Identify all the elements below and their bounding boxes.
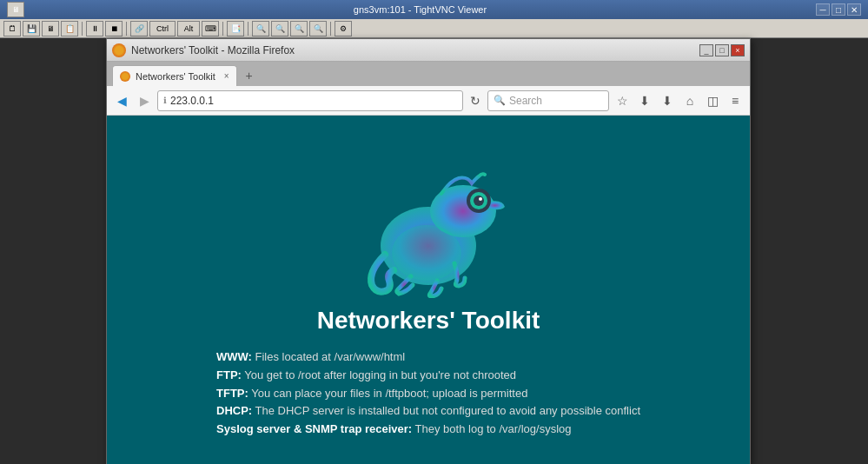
info-label-dhcp: DHCP: xyxy=(216,404,252,417)
vnc-window-controls: ─ □ ✕ xyxy=(816,3,861,16)
firefox-maximize-button[interactable]: □ xyxy=(715,44,729,56)
url-text: 223.0.0.1 xyxy=(170,95,457,107)
save-page-button[interactable]: ⬇ xyxy=(635,91,654,110)
info-text-www: Files located at /var/www/html xyxy=(255,350,406,363)
info-line-dhcp: DHCP: The DHCP server is installed but n… xyxy=(216,402,640,421)
url-bar[interactable]: ℹ 223.0.0.1 xyxy=(157,90,463,111)
vnc-tool-pause[interactable]: ⏸ xyxy=(86,21,103,36)
firefox-titlebar: Networkers' Toolkit - Mozilla Firefox _ … xyxy=(107,39,750,62)
reload-button[interactable]: ↻ xyxy=(467,92,484,109)
vnc-tool-snap[interactable]: 📑 xyxy=(227,21,244,36)
info-line-www: WWW: Files located at /var/www/html xyxy=(216,348,640,367)
bookmark-star-button[interactable]: ☆ xyxy=(613,91,632,110)
vnc-sep-2 xyxy=(126,22,127,36)
vnc-tool-zoom-out[interactable]: 🔍 xyxy=(252,21,269,36)
search-placeholder: Search xyxy=(509,95,542,107)
vnc-toolbar: 🗒 💾 🖥 📋 ⏸ ⏹ 🔗 Ctrl Alt ⌨ 📑 🔍 🔍 🔍 🔍 ⚙ xyxy=(0,19,868,38)
vnc-tool-keyboard[interactable]: ⌨ xyxy=(202,21,219,36)
nav-forward-button[interactable]: ▶ xyxy=(135,91,154,110)
firefox-navbar: ◀ ▶ ℹ 223.0.0.1 ↻ 🔍 Search ☆ ⬇ ⬇ ⌂ ◫ ≡ xyxy=(107,86,750,116)
vnc-icon-1[interactable]: 🖥 xyxy=(7,2,24,17)
vnc-tool-stop[interactable]: ⏹ xyxy=(105,21,123,36)
home-button[interactable]: ⌂ xyxy=(680,91,699,110)
vnc-sep-4 xyxy=(248,22,248,36)
tab-close-button[interactable]: × xyxy=(224,71,229,81)
info-text-dhcp: The DHCP server is installed but not con… xyxy=(255,404,640,417)
info-label-syslog: Syslog server & SNMP trap receiver: xyxy=(216,422,412,435)
vnc-sep-5 xyxy=(330,22,331,36)
vnc-sep-1 xyxy=(82,22,83,36)
vnc-tool-link[interactable]: 🔗 xyxy=(130,21,148,36)
info-label-tftp: TFTP: xyxy=(216,387,248,400)
search-icon: 🔍 xyxy=(494,95,506,106)
firefox-window-controls: _ □ × xyxy=(699,44,745,56)
info-block: WWW: Files located at /var/www/html FTP:… xyxy=(216,348,640,439)
firefox-title: Networkers' Toolkit - Mozilla Firefox xyxy=(131,44,699,56)
vnc-tool-zoom-actual[interactable]: 🔍 xyxy=(309,21,327,36)
lock-icon: ℹ xyxy=(163,96,167,105)
nav-back-button[interactable]: ◀ xyxy=(112,91,131,110)
info-line-ftp: FTP: You get to /root after logging in b… xyxy=(216,367,640,385)
tab-favicon xyxy=(120,71,130,82)
firefox-tabbar: Networkers' Toolkit × + xyxy=(107,62,750,86)
menu-button[interactable]: ≡ xyxy=(726,91,745,110)
firefox-content: Networkers' Toolkit WWW: Files located a… xyxy=(107,116,750,464)
svg-point-5 xyxy=(479,197,482,201)
vnc-tool-screen[interactable]: 🖥 xyxy=(42,21,59,36)
info-text-ftp: You get to /root after logging in but yo… xyxy=(244,368,516,381)
download-button[interactable]: ⬇ xyxy=(658,91,677,110)
firefox-icon xyxy=(112,43,126,57)
info-label-ftp: FTP: xyxy=(216,368,242,381)
tab-label: Networkers' Toolkit xyxy=(136,71,215,82)
info-line-tftp: TFTP: You can place your files in /tftpb… xyxy=(216,385,640,403)
vnc-tool-zoom-fit[interactable]: 🔍 xyxy=(290,21,308,36)
vnc-close-button[interactable]: ✕ xyxy=(847,3,861,16)
vnc-tool-settings[interactable]: ⚙ xyxy=(335,21,352,36)
firefox-close-button[interactable]: × xyxy=(731,44,745,56)
firefox-window: Networkers' Toolkit - Mozilla Firefox _ … xyxy=(106,38,751,464)
info-line-syslog: Syslog server & SNMP trap receiver: They… xyxy=(216,421,640,439)
desktop-bg-right xyxy=(751,38,868,464)
vnc-sep-3 xyxy=(222,22,223,36)
svg-point-4 xyxy=(474,196,484,206)
info-label-www: WWW: xyxy=(216,350,252,363)
chameleon-logo xyxy=(350,133,507,298)
vnc-minimize-button[interactable]: ─ xyxy=(816,3,830,16)
vnc-toolbar-icons: 🖥 xyxy=(7,2,24,17)
vnc-titlebar: 🖥 gns3vm:101 - TightVNC Viewer ─ □ ✕ xyxy=(0,0,868,19)
vnc-tool-ctrl[interactable]: Ctrl xyxy=(149,21,176,36)
firefox-minimize-button[interactable]: _ xyxy=(699,44,713,56)
desktop-bg-left xyxy=(0,38,106,464)
vnc-tool-alt[interactable]: Alt xyxy=(177,21,200,36)
vnc-tool-clipboard[interactable]: 📋 xyxy=(61,21,78,36)
pocket-button[interactable]: ◫ xyxy=(703,91,722,110)
vnc-tool-save[interactable]: 💾 xyxy=(23,21,40,36)
info-text-tftp: You can place your files in /tftpboot; u… xyxy=(251,387,527,400)
page-title: Networkers' Toolkit xyxy=(317,307,540,335)
svg-point-6 xyxy=(392,225,461,281)
vnc-title: gns3vm:101 - TightVNC Viewer xyxy=(24,4,816,15)
vnc-tool-zoom-in[interactable]: 🔍 xyxy=(271,21,288,36)
firefox-tab-active[interactable]: Networkers' Toolkit × xyxy=(112,65,237,86)
info-text-syslog: They both log to /var/log/syslog xyxy=(415,422,572,435)
new-tab-button[interactable]: + xyxy=(241,67,258,84)
vnc-maximize-button[interactable]: □ xyxy=(832,3,845,16)
vnc-tool-new[interactable]: 🗒 xyxy=(3,21,21,36)
search-bar[interactable]: 🔍 Search xyxy=(487,90,609,111)
